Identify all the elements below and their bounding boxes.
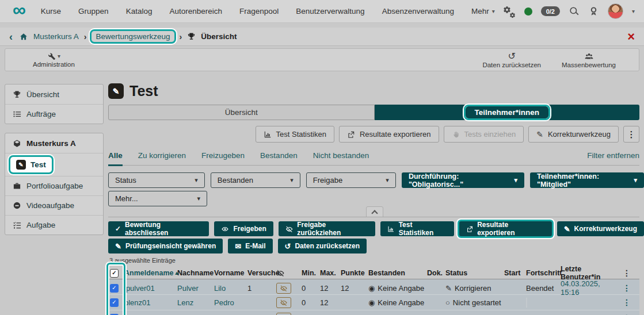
status-filter-dropdown[interactable]: Status ▾	[108, 172, 205, 188]
export-results-batch-button[interactable]: Resultate exportieren	[459, 221, 552, 236]
table-row[interactable]: ✓ lpulver01 Pulver Lilo 1 0 12 12 ◉ Kein…	[108, 279, 639, 295]
passed-cell: ◉ Keine Angabe	[368, 298, 427, 307]
select-all-checkbox[interactable]: ✓	[110, 269, 119, 278]
table-row[interactable]: ✓ plenz01 Lenz Pedro 0 12 ◉ Keine Angabe…	[108, 295, 639, 310]
release-filter-dropdown[interactable]: Freigabe ▾	[306, 172, 396, 188]
notification-count-badge[interactable]: 0/2	[541, 6, 560, 16]
breadcrumb-course[interactable]: Musterkurs A	[33, 32, 79, 41]
more-options-button[interactable]: ⋮	[623, 126, 639, 143]
col-letzte-benutzerin[interactable]: Letzte Benutzer*in	[561, 265, 620, 281]
max-cell: 12	[320, 298, 341, 307]
chevron-down-icon[interactable]: ▾	[632, 9, 635, 14]
chevron-down-icon: ▾	[284, 177, 294, 183]
presence-status-icon[interactable]	[524, 7, 532, 16]
col-versuche[interactable]: Versuche	[247, 269, 276, 277]
test-statistics-batch-button[interactable]: Test Statistiken	[380, 221, 454, 236]
reset-data-batch-button[interactable]: ↺ Daten zurücksetzen	[278, 239, 367, 253]
col-bestanden[interactable]: Bestanden	[368, 269, 427, 277]
table-settings-button[interactable]: ⋮	[620, 268, 633, 278]
anonymous-badge	[276, 313, 291, 315]
undo-icon: ↺	[285, 243, 291, 250]
more-filter-dropdown[interactable]: Mehr... ▾	[108, 191, 207, 206]
chevron-down-icon: ▾	[58, 53, 60, 59]
row-actions-button[interactable]: ⋮	[620, 283, 633, 293]
row-actions-button[interactable]: ⋮	[620, 298, 633, 307]
tab-teilnehmer[interactable]: Teilnehmer*innen	[375, 105, 640, 120]
col-max[interactable]: Max.	[320, 269, 341, 277]
withdraw-release-button[interactable]: Freigabe zurückziehen	[279, 221, 375, 236]
col-dok[interactable]: Dok.	[427, 269, 445, 277]
filter-tab-zu-korrigieren[interactable]: Zu korrigieren	[138, 151, 186, 165]
finish-assessment-button[interactable]: ✓ Bewertung abschliessen	[108, 221, 209, 236]
filter-tab-alle[interactable]: Alle	[108, 151, 123, 166]
sidebar-item-musterkurs[interactable]: Musterkurs A	[5, 133, 103, 153]
bulk-assessment-button[interactable]: Massenbewertung	[562, 52, 616, 68]
mail-icon: ✉	[235, 243, 241, 250]
home-icon[interactable]	[19, 32, 28, 41]
filter-tab-bestanden[interactable]: Bestanden	[260, 151, 298, 165]
passed-filter-dropdown[interactable]: Bestanden ▾	[211, 172, 300, 188]
release-button[interactable]: Freigeben	[214, 221, 273, 236]
sidebar-item-aufgabe[interactable]: Aufgabe	[5, 215, 103, 235]
nav-katalog[interactable]: Katalog	[126, 7, 153, 16]
col-punkte[interactable]: Punkte	[341, 269, 368, 277]
col-fortschritt[interactable]: Fortschritt	[526, 269, 561, 277]
col-status[interactable]: Status	[445, 269, 504, 277]
badges-medal-icon[interactable]	[588, 6, 599, 17]
nav-autorenbereich[interactable]: Autorenbereich	[169, 7, 222, 16]
nav-benutzerverwaltung[interactable]: Benutzerverwaltung	[296, 7, 364, 16]
email-button[interactable]: ✉ E-Mail	[228, 239, 272, 253]
segment-tabs: Übersicht Teilnehmer*innen	[108, 105, 639, 120]
settings-gears-icon[interactable]	[503, 6, 516, 17]
nav-gruppen[interactable]: Gruppen	[78, 7, 109, 16]
filter-tab-freizugeben[interactable]: Freizugeben	[201, 151, 245, 165]
passed-cell: ◉ Keine Angabe	[368, 284, 427, 293]
nav-mehr[interactable]: Mehr ▾	[471, 7, 495, 16]
execution-filter-pill[interactable]: Durchführung: "Obligatorisc..." ▾	[402, 172, 524, 188]
back-chevron-icon[interactable]: ‹	[9, 32, 13, 42]
last-user-link[interactable]: 04.03.2025, 15:16	[561, 279, 620, 297]
remove-filter-link[interactable]: Filter entfernen	[587, 151, 639, 165]
tab-uebersicht[interactable]: Übersicht	[108, 105, 375, 120]
participants-filter-pill[interactable]: Teilnehmer*innen: "Mitglied" ▾	[530, 172, 644, 188]
col-anmeldename[interactable]: Anmeldename ▴	[124, 269, 177, 277]
close-icon[interactable]: ×	[627, 30, 635, 43]
nav-kurse[interactable]: Kurse	[41, 7, 61, 16]
login-link[interactable]: plenz01	[124, 298, 177, 307]
col-anonym[interactable]	[276, 269, 302, 277]
navbar-right: 0/2 ▾	[503, 3, 635, 19]
avatar[interactable]	[608, 3, 623, 19]
col-nachname[interactable]: Nachname	[177, 269, 214, 277]
search-icon[interactable]	[569, 6, 580, 17]
chevron-up-icon	[371, 210, 378, 216]
pen-icon: ✎	[564, 225, 570, 233]
sidebar-item-test[interactable]: ✎ Test	[5, 153, 103, 176]
correction-tool-batch-button[interactable]: ✎ Korrekturwerkzeug	[557, 221, 644, 236]
sidebar-item-portfolioaufgabe[interactable]: Portfolioaufgabe	[5, 176, 103, 195]
col-start[interactable]: Start	[504, 269, 526, 277]
sidebar-group-course: Musterkurs A ✎ Test Portfolioaufgabe Vid…	[5, 133, 104, 235]
sidebar-item-videoaufgabe[interactable]: Videoaufgabe	[5, 195, 103, 215]
export-results-button[interactable]: Resultate exportieren	[339, 126, 439, 143]
col-vorname[interactable]: Vorname	[214, 269, 247, 277]
breadcrumb-assessment-tool[interactable]: Bewertungswerkzeug	[92, 31, 174, 42]
nav-absenzenverwaltung[interactable]: Absenzenverwaltung	[382, 7, 454, 16]
test-statistics-button[interactable]: Test Statistiken	[256, 126, 334, 143]
nav-fragenpool[interactable]: Fragenpool	[239, 7, 279, 16]
sidebar-item-auftraege[interactable]: Aufträge	[5, 104, 103, 124]
hand-icon	[452, 130, 460, 139]
collapse-filters-button[interactable]	[366, 206, 383, 217]
login-link[interactable]: lpulver01	[124, 284, 177, 293]
table-row[interactable]: ✓ ◉ ⋮	[108, 310, 639, 315]
grant-inspection-button[interactable]: ✎ Prüfungseinsicht gewähren	[108, 239, 223, 253]
breadcrumb-separator: ›	[180, 33, 182, 41]
row-checkbox[interactable]: ✓	[110, 298, 119, 307]
reset-data-button[interactable]: ↺ Daten zurücksetzen	[482, 52, 541, 68]
col-min[interactable]: Min.	[302, 269, 320, 277]
filter-tab-nicht-bestanden[interactable]: Nicht bestanden	[313, 151, 369, 165]
correction-tool-button[interactable]: ✎ Korrekturwerkzeug	[528, 126, 619, 143]
openolat-logo-icon[interactable]: ∞	[13, 1, 26, 19]
row-checkbox[interactable]: ✓	[110, 284, 119, 293]
sidebar-item-uebersicht[interactable]: Übersicht	[5, 84, 103, 104]
administration-menu[interactable]: ▾ Administration	[33, 52, 75, 68]
